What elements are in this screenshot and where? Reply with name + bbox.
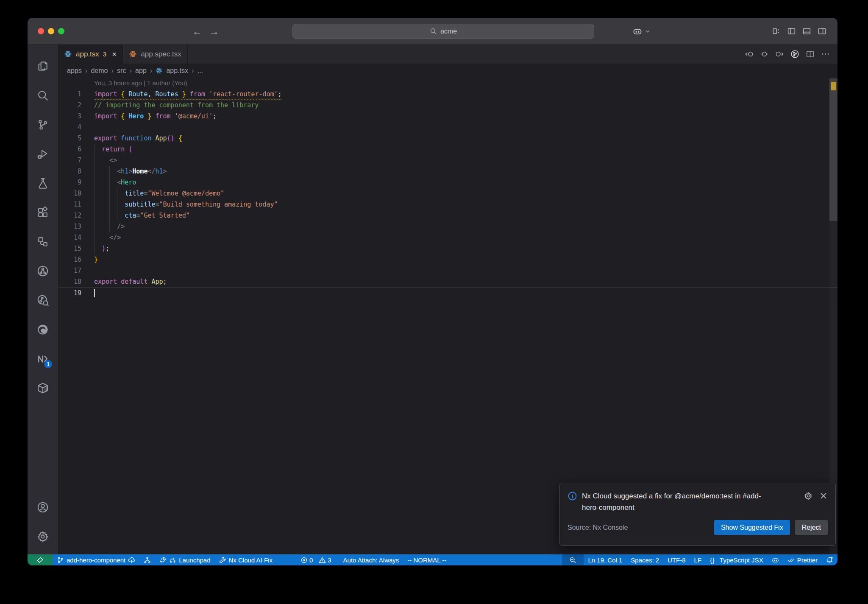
line-number[interactable]: 8 xyxy=(58,166,94,177)
activity-bar-item-source-control[interactable] xyxy=(33,110,53,139)
run-circle-icon[interactable] xyxy=(790,50,799,59)
status-item-copilot-status[interactable] xyxy=(768,554,783,565)
code-line-content[interactable]: import { Route, Routes } from 'react-rou… xyxy=(94,89,837,100)
status-item-encoding[interactable]: UTF-8 xyxy=(663,554,690,565)
show-suggested-fix-button[interactable]: Show Suggested Fix xyxy=(714,520,790,535)
customize-layout-icon[interactable] xyxy=(772,27,781,36)
code-line[interactable]: 9 <Hero xyxy=(58,177,837,188)
line-number[interactable]: 2 xyxy=(58,100,94,111)
history-back-button[interactable]: ← xyxy=(192,25,202,37)
code-line[interactable]: 10 title="Welcmoe @acme/demo" xyxy=(58,188,837,199)
code-line[interactable]: 8 <h1>Home</h1> xyxy=(58,166,837,177)
breadcrumb-item[interactable]: app xyxy=(135,67,147,75)
activity-bar-item-run-debug[interactable] xyxy=(33,139,53,168)
breadcrumb-file[interactable]: app.tsx xyxy=(166,67,188,75)
activity-bar-item-account[interactable] xyxy=(33,492,53,522)
zoom-window-button[interactable] xyxy=(58,28,64,34)
code-line[interactable]: 5export function App() { xyxy=(58,133,837,144)
code-line-content[interactable]: export default App; xyxy=(94,276,837,287)
code-line-content[interactable]: </> xyxy=(94,232,837,243)
activity-bar-item-nx-console[interactable]: 1 xyxy=(33,344,53,373)
nav-current-icon[interactable] xyxy=(760,50,769,59)
code-line-content[interactable]: } xyxy=(94,254,837,265)
status-item-problems[interactable]: 03 xyxy=(296,554,339,565)
line-number[interactable]: 5 xyxy=(58,133,94,144)
toggle-secondary-sidebar-icon[interactable] xyxy=(818,27,826,36)
line-number[interactable]: 7 xyxy=(58,155,94,166)
code-line-content[interactable] xyxy=(94,265,837,276)
reject-button[interactable]: Reject xyxy=(795,520,828,535)
status-item-nx-cloud-ai-fix[interactable]: Nx Cloud AI Fix xyxy=(215,554,277,565)
line-number[interactable]: 19 xyxy=(58,288,94,298)
line-number[interactable]: 9 xyxy=(58,177,94,188)
activity-bar-item-settings[interactable] xyxy=(33,522,53,551)
code-line[interactable]: 14 </> xyxy=(58,232,837,243)
code-line[interactable]: 17 xyxy=(58,265,837,276)
split-editor-icon[interactable] xyxy=(806,50,815,59)
line-number[interactable]: 1 xyxy=(58,89,94,100)
scrollbar-slider[interactable] xyxy=(829,78,837,221)
code-line[interactable]: 7 <> xyxy=(58,155,837,166)
tab-app-spec-tsx[interactable]: app.spec.tsx xyxy=(123,45,187,64)
code-line-content[interactable] xyxy=(94,288,837,298)
status-item-vim-mode[interactable]: -- NORMAL -- xyxy=(403,554,451,565)
breadcrumb-item[interactable]: apps xyxy=(67,67,82,75)
activity-bar-item-project-graph[interactable] xyxy=(33,256,53,285)
code-line[interactable]: 11 subtitle="Build something amazing tod… xyxy=(58,199,837,210)
activity-bar-item-edge-browser[interactable] xyxy=(33,315,53,344)
activity-bar-item-testing[interactable] xyxy=(33,168,53,198)
toggle-panel-icon[interactable] xyxy=(802,27,811,36)
line-number[interactable]: 3 xyxy=(58,111,94,122)
code-line[interactable]: 6 return ( xyxy=(58,144,837,155)
status-item-notifications-bell[interactable] xyxy=(822,554,837,565)
code-line[interactable]: 15 ); xyxy=(58,243,837,254)
breadcrumb-item[interactable]: demo xyxy=(91,67,108,75)
line-number[interactable]: 17 xyxy=(58,265,94,276)
line-number[interactable]: 13 xyxy=(58,221,94,232)
close-tab-icon[interactable]: × xyxy=(112,50,117,59)
line-number[interactable]: 14 xyxy=(58,232,94,243)
code-line[interactable]: 18export default App; xyxy=(58,276,837,287)
code-line-content[interactable]: <Hero xyxy=(94,177,837,188)
line-number[interactable]: 4 xyxy=(58,122,94,133)
status-item-language-mode[interactable]: {}TypeScript JSX xyxy=(706,554,768,565)
line-number[interactable]: 15 xyxy=(58,243,94,254)
code-line-content[interactable]: cta="Get Started" xyxy=(94,210,837,221)
history-forward-button[interactable]: → xyxy=(209,25,219,37)
code-line-content[interactable] xyxy=(94,122,837,133)
code-line[interactable]: 4 xyxy=(58,122,837,133)
status-item-git-branch[interactable]: add-hero-component xyxy=(53,554,139,565)
activity-bar-item-references[interactable] xyxy=(33,227,53,256)
code-line[interactable]: 3import { Hero } from '@acme/ui'; xyxy=(58,111,837,122)
activity-bar-item-explorer[interactable] xyxy=(33,51,53,81)
breadcrumb-item[interactable]: src xyxy=(117,67,126,75)
status-item-remote-indicator[interactable] xyxy=(28,554,53,565)
status-item-auto-attach[interactable]: Auto Attach: Always xyxy=(339,554,403,565)
tab-app-tsx[interactable]: app.tsx 3 × xyxy=(58,45,123,64)
activity-bar-item-graph-search[interactable] xyxy=(33,285,53,315)
code-line-content[interactable]: /> xyxy=(94,221,837,232)
line-number[interactable]: 6 xyxy=(58,144,94,155)
code-line-content[interactable]: // importing the component from the libr… xyxy=(94,100,837,111)
status-item-cursor-position[interactable]: Ln 19, Col 1 xyxy=(584,554,626,565)
code-line-content[interactable]: <h1>Home</h1> xyxy=(94,166,837,177)
close-notification-icon[interactable] xyxy=(819,492,828,500)
copilot-menu[interactable] xyxy=(633,18,651,45)
code-line-content[interactable]: <> xyxy=(94,155,837,166)
status-item-eol[interactable]: LF xyxy=(690,554,706,565)
command-center-search[interactable]: acme xyxy=(292,24,594,39)
status-item-launchpad[interactable]: Launchpad xyxy=(155,554,214,565)
code-line-content[interactable]: return ( xyxy=(94,144,837,155)
code-line-content[interactable]: import { Hero } from '@acme/ui'; xyxy=(94,111,837,122)
toggle-sidebar-icon[interactable] xyxy=(787,27,796,36)
status-item-commit-graph[interactable] xyxy=(139,554,155,565)
notification-settings-gear-icon[interactable] xyxy=(804,492,812,500)
code-line[interactable]: 1import { Route, Routes } from 'react-ro… xyxy=(58,89,837,100)
breadcrumb-symbol-tail[interactable]: ... xyxy=(198,67,203,75)
activity-bar-item-extensions[interactable] xyxy=(33,198,53,227)
minimize-window-button[interactable] xyxy=(48,28,54,34)
code-line[interactable]: 16} xyxy=(58,254,837,265)
code-line-content[interactable]: subtitle="Build something amazing today" xyxy=(94,199,837,210)
git-blame-annotation[interactable]: You, 3 hours ago | 1 author (You) xyxy=(94,78,187,89)
activity-bar-item-package[interactable] xyxy=(33,373,53,403)
